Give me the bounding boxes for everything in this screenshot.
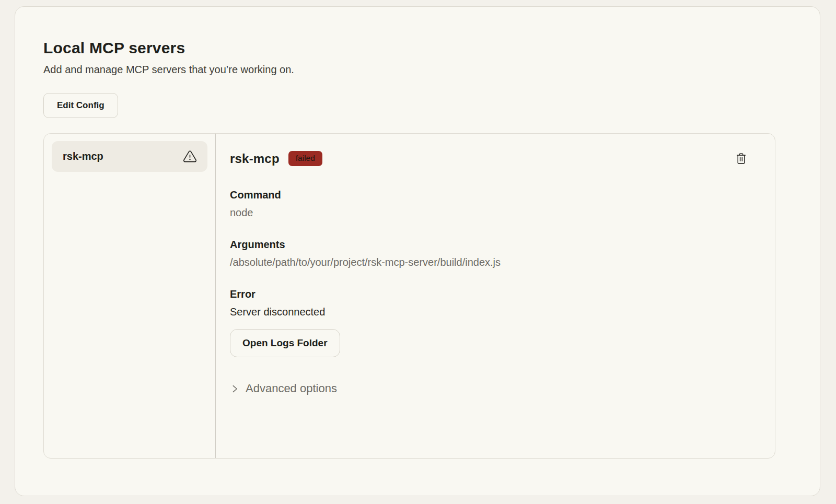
arguments-label: Arguments bbox=[230, 239, 749, 251]
edit-config-button[interactable]: Edit Config bbox=[43, 93, 118, 118]
delete-server-button[interactable] bbox=[734, 151, 749, 166]
server-detail-header: rsk-mcp failed bbox=[230, 151, 749, 166]
status-badge: failed bbox=[288, 151, 322, 166]
command-field: Command node bbox=[230, 189, 749, 219]
advanced-options-label: Advanced options bbox=[246, 382, 337, 395]
chevron-right-icon bbox=[230, 384, 240, 394]
page-subtitle: Add and manage MCP servers that you’re w… bbox=[43, 64, 775, 76]
server-list-item-rsk-mcp[interactable]: rsk-mcp bbox=[52, 141, 207, 172]
command-label: Command bbox=[230, 189, 749, 201]
page-title: Local MCP servers bbox=[43, 39, 775, 57]
command-value: node bbox=[230, 207, 749, 219]
local-mcp-servers-card: Local MCP servers Add and manage MCP ser… bbox=[15, 6, 820, 496]
open-logs-folder-button[interactable]: Open Logs Folder bbox=[230, 329, 340, 357]
error-label: Error bbox=[230, 288, 749, 300]
server-list: rsk-mcp bbox=[44, 134, 216, 458]
arguments-value: /absolute/path/to/your/project/rsk-mcp-s… bbox=[230, 256, 749, 268]
arguments-field: Arguments /absolute/path/to/your/project… bbox=[230, 239, 749, 268]
trash-icon bbox=[735, 152, 748, 165]
server-detail-title: rsk-mcp bbox=[230, 151, 280, 166]
server-panel: rsk-mcp rsk-mcp failed bbox=[43, 133, 775, 459]
error-field: Error Server disconnected bbox=[230, 288, 749, 318]
alert-triangle-icon bbox=[183, 149, 197, 163]
server-detail: rsk-mcp failed Command bbox=[216, 134, 775, 458]
server-list-item-name: rsk-mcp bbox=[63, 150, 103, 162]
advanced-options-toggle[interactable]: Advanced options bbox=[230, 382, 749, 395]
error-value: Server disconnected bbox=[230, 306, 749, 318]
